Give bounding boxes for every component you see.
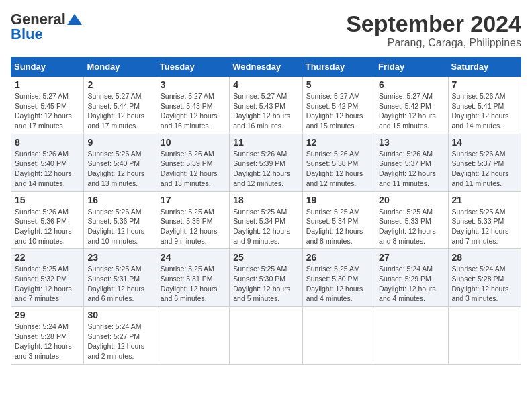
day-info: Sunrise: 5:26 AM Sunset: 5:40 PM Dayligh… xyxy=(87,149,152,189)
col-header-thursday: Thursday xyxy=(302,58,375,77)
day-number: 22 xyxy=(15,252,80,263)
calendar-cell: 23Sunrise: 5:25 AM Sunset: 5:31 PM Dayli… xyxy=(84,249,157,307)
calendar-cell: 3Sunrise: 5:27 AM Sunset: 5:43 PM Daylig… xyxy=(157,77,229,134)
day-number: 19 xyxy=(306,195,371,205)
col-header-friday: Friday xyxy=(375,58,448,77)
col-header-monday: Monday xyxy=(84,58,157,77)
day-number: 26 xyxy=(306,252,371,263)
calendar-cell: 18Sunrise: 5:25 AM Sunset: 5:34 PM Dayli… xyxy=(230,191,302,249)
calendar-cell: 4Sunrise: 5:27 AM Sunset: 5:43 PM Daylig… xyxy=(230,77,302,134)
day-info: Sunrise: 5:25 AM Sunset: 5:34 PM Dayligh… xyxy=(306,207,371,246)
calendar-cell: 9Sunrise: 5:26 AM Sunset: 5:40 PM Daylig… xyxy=(84,134,157,191)
day-info: Sunrise: 5:25 AM Sunset: 5:32 PM Dayligh… xyxy=(15,264,80,304)
day-number: 1 xyxy=(15,79,80,90)
day-info: Sunrise: 5:25 AM Sunset: 5:30 PM Dayligh… xyxy=(306,264,371,304)
day-number: 18 xyxy=(233,195,298,205)
day-info: Sunrise: 5:26 AM Sunset: 5:39 PM Dayligh… xyxy=(161,149,226,189)
calendar-cell: 26Sunrise: 5:25 AM Sunset: 5:30 PM Dayli… xyxy=(302,249,375,307)
day-info: Sunrise: 5:26 AM Sunset: 5:40 PM Dayligh… xyxy=(15,149,80,189)
day-number: 13 xyxy=(379,137,444,148)
calendar-cell: 14Sunrise: 5:26 AM Sunset: 5:37 PM Dayli… xyxy=(448,134,521,191)
calendar-cell: 22Sunrise: 5:25 AM Sunset: 5:32 PM Dayli… xyxy=(11,249,84,307)
calendar-cell xyxy=(448,307,521,365)
day-number: 27 xyxy=(379,252,444,263)
day-number: 21 xyxy=(452,195,517,205)
calendar-cell xyxy=(302,307,375,365)
day-info: Sunrise: 5:25 AM Sunset: 5:31 PM Dayligh… xyxy=(161,264,226,304)
logo: General Blue xyxy=(11,11,82,43)
calendar-cell: 17Sunrise: 5:25 AM Sunset: 5:35 PM Dayli… xyxy=(157,191,229,249)
month-title: September 2024 xyxy=(346,11,521,37)
col-header-tuesday: Tuesday xyxy=(157,58,229,77)
day-info: Sunrise: 5:24 AM Sunset: 5:29 PM Dayligh… xyxy=(379,264,444,304)
day-info: Sunrise: 5:26 AM Sunset: 5:37 PM Dayligh… xyxy=(379,149,444,189)
calendar-cell: 13Sunrise: 5:26 AM Sunset: 5:37 PM Dayli… xyxy=(375,134,448,191)
day-number: 2 xyxy=(87,79,152,90)
calendar-cell: 15Sunrise: 5:26 AM Sunset: 5:36 PM Dayli… xyxy=(11,191,84,249)
col-header-sunday: Sunday xyxy=(11,58,84,77)
day-number: 5 xyxy=(306,79,371,90)
day-info: Sunrise: 5:26 AM Sunset: 5:38 PM Dayligh… xyxy=(306,149,371,189)
calendar-cell: 1Sunrise: 5:27 AM Sunset: 5:45 PM Daylig… xyxy=(11,77,84,134)
day-number: 6 xyxy=(379,79,444,90)
day-info: Sunrise: 5:27 AM Sunset: 5:42 PM Dayligh… xyxy=(379,91,444,131)
logo-blue: Blue xyxy=(11,26,43,43)
day-info: Sunrise: 5:24 AM Sunset: 5:27 PM Dayligh… xyxy=(87,322,152,361)
day-number: 15 xyxy=(15,195,80,205)
calendar-cell: 8Sunrise: 5:26 AM Sunset: 5:40 PM Daylig… xyxy=(11,134,84,191)
day-number: 14 xyxy=(452,137,517,148)
day-number: 20 xyxy=(379,195,444,205)
calendar-cell: 25Sunrise: 5:25 AM Sunset: 5:30 PM Dayli… xyxy=(230,249,302,307)
calendar-cell: 29Sunrise: 5:24 AM Sunset: 5:28 PM Dayli… xyxy=(11,307,84,365)
day-number: 10 xyxy=(161,137,226,148)
calendar-cell: 21Sunrise: 5:25 AM Sunset: 5:33 PM Dayli… xyxy=(448,191,521,249)
calendar-cell xyxy=(375,307,448,365)
location-title: Parang, Caraga, Philippines xyxy=(346,37,521,49)
day-info: Sunrise: 5:27 AM Sunset: 5:45 PM Dayligh… xyxy=(15,91,80,131)
day-info: Sunrise: 5:26 AM Sunset: 5:36 PM Dayligh… xyxy=(15,207,80,246)
day-number: 25 xyxy=(233,252,298,263)
calendar-cell: 24Sunrise: 5:25 AM Sunset: 5:31 PM Dayli… xyxy=(157,249,229,307)
day-number: 17 xyxy=(161,195,226,205)
calendar-cell xyxy=(230,307,302,365)
day-number: 11 xyxy=(233,137,298,148)
day-number: 28 xyxy=(452,252,517,263)
day-info: Sunrise: 5:27 AM Sunset: 5:43 PM Dayligh… xyxy=(233,91,298,131)
day-number: 24 xyxy=(161,252,226,263)
calendar-cell: 12Sunrise: 5:26 AM Sunset: 5:38 PM Dayli… xyxy=(302,134,375,191)
calendar-cell: 20Sunrise: 5:25 AM Sunset: 5:33 PM Dayli… xyxy=(375,191,448,249)
day-info: Sunrise: 5:25 AM Sunset: 5:31 PM Dayligh… xyxy=(87,264,152,304)
day-number: 30 xyxy=(87,310,152,320)
day-number: 3 xyxy=(161,79,226,90)
calendar-table: SundayMondayTuesdayWednesdayThursdayFrid… xyxy=(11,57,521,365)
day-info: Sunrise: 5:25 AM Sunset: 5:30 PM Dayligh… xyxy=(233,264,298,304)
day-info: Sunrise: 5:26 AM Sunset: 5:37 PM Dayligh… xyxy=(452,149,517,189)
day-info: Sunrise: 5:25 AM Sunset: 5:33 PM Dayligh… xyxy=(452,207,517,246)
calendar-cell: 6Sunrise: 5:27 AM Sunset: 5:42 PM Daylig… xyxy=(375,77,448,134)
day-info: Sunrise: 5:25 AM Sunset: 5:34 PM Dayligh… xyxy=(233,207,298,246)
day-info: Sunrise: 5:26 AM Sunset: 5:36 PM Dayligh… xyxy=(87,207,152,246)
title-area: September 2024 Parang, Caraga, Philippin… xyxy=(346,11,521,49)
calendar-cell: 19Sunrise: 5:25 AM Sunset: 5:34 PM Dayli… xyxy=(302,191,375,249)
day-info: Sunrise: 5:24 AM Sunset: 5:28 PM Dayligh… xyxy=(15,322,80,361)
day-info: Sunrise: 5:25 AM Sunset: 5:35 PM Dayligh… xyxy=(161,207,226,246)
day-info: Sunrise: 5:27 AM Sunset: 5:44 PM Dayligh… xyxy=(87,91,152,131)
day-number: 16 xyxy=(87,195,152,205)
day-number: 23 xyxy=(87,252,152,263)
calendar-cell: 28Sunrise: 5:24 AM Sunset: 5:28 PM Dayli… xyxy=(448,249,521,307)
calendar-cell: 5Sunrise: 5:27 AM Sunset: 5:42 PM Daylig… xyxy=(302,77,375,134)
calendar-cell: 10Sunrise: 5:26 AM Sunset: 5:39 PM Dayli… xyxy=(157,134,229,191)
day-number: 4 xyxy=(233,79,298,90)
day-number: 9 xyxy=(87,137,152,148)
day-number: 12 xyxy=(306,137,371,148)
logo-icon xyxy=(67,14,82,25)
day-info: Sunrise: 5:24 AM Sunset: 5:28 PM Dayligh… xyxy=(452,264,517,304)
svg-marker-0 xyxy=(67,14,82,25)
calendar-cell: 7Sunrise: 5:26 AM Sunset: 5:41 PM Daylig… xyxy=(448,77,521,134)
calendar-cell: 27Sunrise: 5:24 AM Sunset: 5:29 PM Dayli… xyxy=(375,249,448,307)
day-info: Sunrise: 5:25 AM Sunset: 5:33 PM Dayligh… xyxy=(379,207,444,246)
day-info: Sunrise: 5:27 AM Sunset: 5:42 PM Dayligh… xyxy=(306,91,371,131)
day-info: Sunrise: 5:26 AM Sunset: 5:39 PM Dayligh… xyxy=(233,149,298,189)
calendar-cell: 16Sunrise: 5:26 AM Sunset: 5:36 PM Dayli… xyxy=(84,191,157,249)
calendar-cell: 30Sunrise: 5:24 AM Sunset: 5:27 PM Dayli… xyxy=(84,307,157,365)
